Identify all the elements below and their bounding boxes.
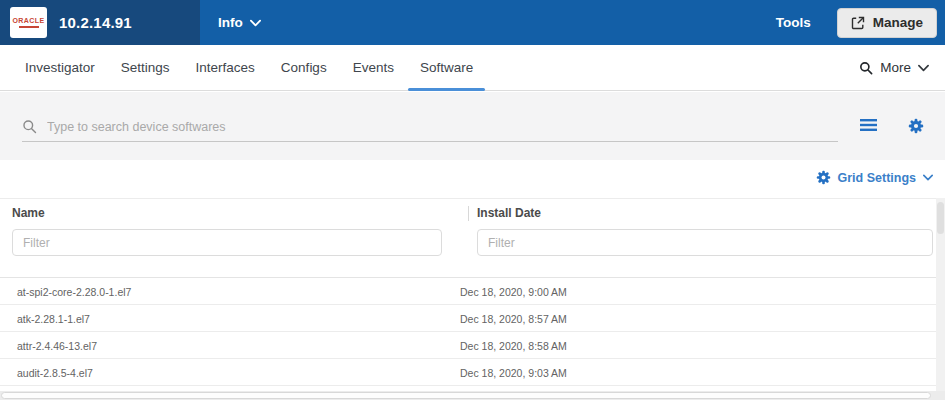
- install-date-cell: Dec 18, 2020, 9:03 AM: [460, 367, 567, 379]
- table-filter-row: [0, 227, 945, 261]
- gear-icon: [816, 170, 831, 185]
- tab-configs[interactable]: Configs: [268, 45, 340, 91]
- search-toolbar: [0, 92, 945, 160]
- install-date-filter-input[interactable]: [477, 229, 933, 256]
- chevron-down-icon: [250, 19, 261, 27]
- horizontal-scrollbar-thumb[interactable]: [1, 392, 931, 399]
- vertical-scrollbar[interactable]: [936, 198, 945, 391]
- gear-icon[interactable]: [908, 118, 924, 134]
- tools-menu[interactable]: Tools: [776, 15, 811, 30]
- chevron-down-icon: [918, 64, 929, 72]
- grid-settings-toolbar: Grid Settings: [0, 160, 945, 198]
- oracle-logo-text: ORACLE: [13, 17, 45, 24]
- grid-settings-label: Grid Settings: [838, 171, 916, 185]
- top-header-bar: ORACLE 10.2.14.91 Info Tools: [0, 0, 945, 45]
- oracle-logo-underline: [19, 26, 39, 28]
- table-row[interactable]: audit-2.8.5-4.el7 Dec 18, 2020, 9:03 AM: [0, 359, 936, 386]
- info-dropdown[interactable]: Info: [218, 15, 261, 30]
- open-in-new-icon: [851, 16, 865, 30]
- oracle-logo: ORACLE: [10, 7, 47, 38]
- tab-software[interactable]: Software: [407, 45, 486, 91]
- table-row[interactable]: at-spi2-core-2.28.0-1.el7 Dec 18, 2020, …: [0, 278, 936, 305]
- table-row[interactable]: atk-2.28.1-1.el7 Dec 18, 2020, 8:57 AM: [0, 305, 936, 332]
- column-separator[interactable]: [468, 206, 469, 221]
- table-header-row: Name Install Date: [0, 199, 945, 227]
- column-header-name[interactable]: Name: [12, 206, 45, 220]
- table-body: at-spi2-core-2.28.0-1.el7 Dec 18, 2020, …: [0, 278, 936, 386]
- more-dropdown[interactable]: More: [859, 60, 929, 75]
- chevron-down-icon: [923, 174, 933, 181]
- install-date-cell: Dec 18, 2020, 8:57 AM: [460, 313, 567, 325]
- device-ip-title: 10.2.14.91: [59, 14, 132, 31]
- software-table: Name Install Date at-spi2-core-2.28.0-1.…: [0, 198, 945, 391]
- header-device-section: ORACLE 10.2.14.91: [0, 0, 200, 45]
- tab-interfaces[interactable]: Interfaces: [183, 45, 268, 91]
- tab-investigator[interactable]: Investigator: [12, 45, 108, 91]
- software-search-field: [22, 112, 838, 142]
- software-name-cell: attr-2.4.46-13.el7: [17, 340, 97, 352]
- horizontal-scrollbar[interactable]: [0, 391, 945, 400]
- more-dropdown-label: More: [880, 60, 911, 75]
- info-dropdown-label: Info: [218, 15, 243, 30]
- tab-settings[interactable]: Settings: [108, 45, 183, 91]
- grid-settings-dropdown[interactable]: Grid Settings: [816, 170, 933, 185]
- search-input[interactable]: [47, 120, 838, 134]
- search-icon: [859, 61, 873, 75]
- install-date-cell: Dec 18, 2020, 8:58 AM: [460, 340, 567, 352]
- tab-events[interactable]: Events: [340, 45, 407, 91]
- column-header-install-date[interactable]: Install Date: [477, 206, 541, 220]
- software-name-cell: atk-2.28.1-1.el7: [17, 313, 90, 325]
- table-header-divider: [0, 263, 945, 278]
- manage-button-label: Manage: [873, 15, 923, 30]
- software-name-cell: audit-2.8.5-4.el7: [17, 367, 93, 379]
- software-name-cell: at-spi2-core-2.28.0-1.el7: [17, 286, 131, 298]
- header-menu-section: Info Tools Manage: [200, 0, 945, 45]
- table-row[interactable]: attr-2.4.46-13.el7 Dec 18, 2020, 8:58 AM: [0, 332, 936, 359]
- vertical-scrollbar-thumb[interactable]: [937, 202, 944, 234]
- device-tabs: Investigator Settings Interfaces Configs…: [0, 45, 945, 91]
- name-filter-input[interactable]: [12, 229, 442, 256]
- search-icon: [22, 119, 37, 134]
- list-view-icon[interactable]: [860, 118, 877, 132]
- manage-button[interactable]: Manage: [837, 8, 937, 38]
- device-software-page: ORACLE 10.2.14.91 Info Tools: [0, 0, 945, 400]
- install-date-cell: Dec 18, 2020, 9:00 AM: [460, 286, 567, 298]
